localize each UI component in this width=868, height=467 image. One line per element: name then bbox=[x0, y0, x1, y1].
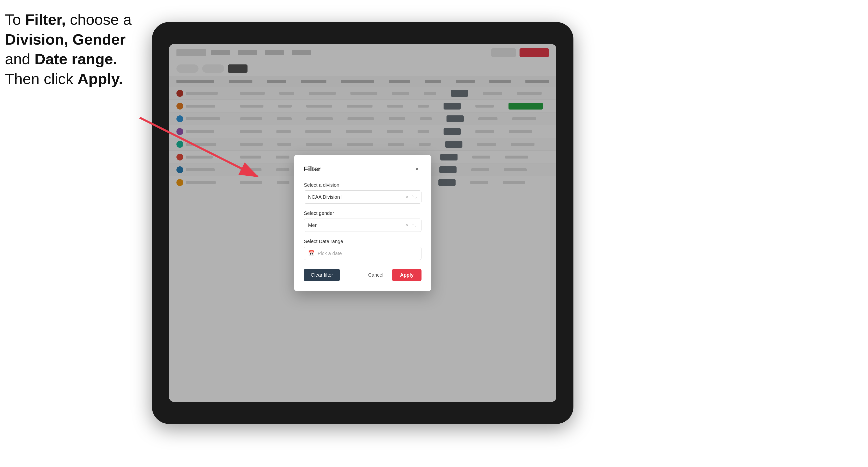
gender-value: Men bbox=[308, 222, 318, 228]
gender-label: Select gender bbox=[304, 211, 422, 216]
division-value: NCAA Division I bbox=[308, 194, 343, 200]
division-form-group: Select a division NCAA Division I × ⌃⌄ bbox=[304, 182, 422, 204]
modal-footer: Clear filter Cancel Apply bbox=[304, 269, 422, 281]
modal-header: Filter × bbox=[304, 165, 422, 174]
calendar-icon: 📅 bbox=[308, 250, 315, 256]
modal-close-button[interactable]: × bbox=[413, 165, 422, 174]
division-label: Select a division bbox=[304, 182, 422, 188]
filter-modal: Filter × Select a division NCAA Division… bbox=[294, 155, 431, 291]
clear-filter-button[interactable]: Clear filter bbox=[304, 269, 340, 281]
division-clear-icon[interactable]: × bbox=[406, 194, 408, 200]
division-arrow-icon: ⌃⌄ bbox=[411, 195, 417, 199]
division-select[interactable]: NCAA Division I × ⌃⌄ bbox=[304, 190, 422, 204]
gender-arrow-icon: ⌃⌄ bbox=[411, 223, 417, 228]
date-input[interactable]: 📅 Pick a date bbox=[304, 247, 422, 260]
gender-clear-icon[interactable]: × bbox=[406, 223, 408, 228]
gender-form-group: Select gender Men × ⌃⌄ bbox=[304, 211, 422, 232]
modal-right-buttons: Cancel Apply bbox=[363, 269, 422, 281]
apply-button[interactable]: Apply bbox=[392, 269, 422, 281]
tablet-device: Filter × Select a division NCAA Division… bbox=[152, 22, 574, 424]
modal-overlay: Filter × Select a division NCAA Division… bbox=[169, 44, 556, 402]
gender-select[interactable]: Men × ⌃⌄ bbox=[304, 219, 422, 232]
instruction-block: To Filter, choose a Division, Gender and… bbox=[5, 10, 147, 89]
modal-title: Filter bbox=[304, 165, 320, 173]
division-controls: × ⌃⌄ bbox=[406, 194, 417, 200]
date-label: Select Date range bbox=[304, 239, 422, 244]
gender-controls: × ⌃⌄ bbox=[406, 223, 417, 228]
date-placeholder: Pick a date bbox=[318, 251, 342, 256]
date-form-group: Select Date range 📅 Pick a date bbox=[304, 239, 422, 260]
cancel-button[interactable]: Cancel bbox=[363, 269, 388, 281]
tablet-screen: Filter × Select a division NCAA Division… bbox=[169, 44, 556, 402]
